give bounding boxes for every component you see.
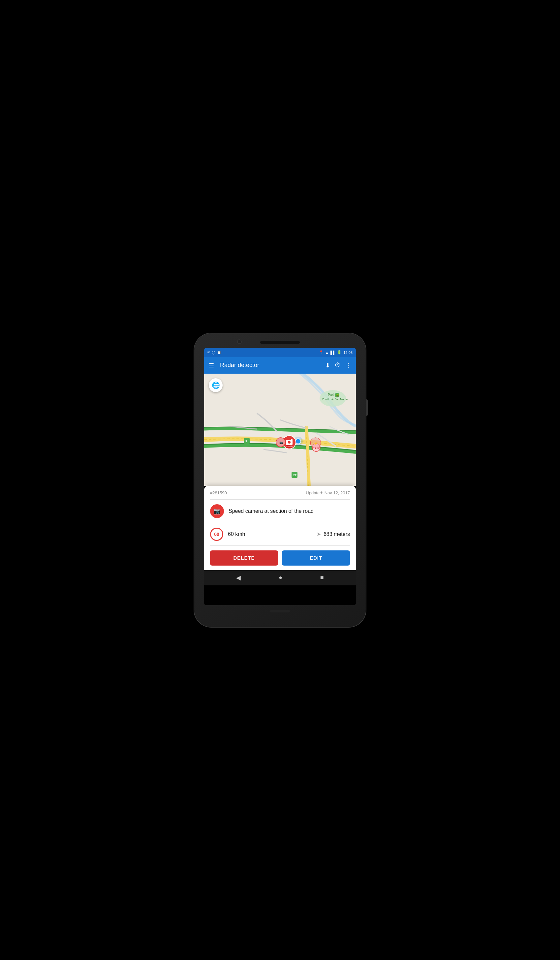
circle-icon: ◯ (212, 350, 215, 354)
app-bar: ☰ Radar detector ⬇ ⏱ ⋮ (204, 357, 356, 374)
signal-icon: ▌▌ (330, 350, 336, 355)
distance-info: ➤ 683 meters (317, 531, 350, 537)
camera-info-row: 📷 Speed camera at section of the road (210, 500, 350, 523)
globe-button[interactable]: 🌐 (209, 378, 222, 392)
speed-info: 60 60 kmh (210, 528, 245, 541)
history-button[interactable]: ⏱ (335, 362, 341, 369)
download-button[interactable]: ⬇ (325, 362, 330, 369)
clipboard-icon: 📋 (217, 350, 221, 354)
battery-icon: 🔋 (337, 350, 342, 355)
camera-description: Speed camera at section of the road (229, 508, 314, 514)
svg-text:📷: 📷 (279, 441, 283, 445)
panel-header: #281590 Updated: Nov 12, 2017 (210, 490, 350, 500)
delete-button[interactable]: DELETE (210, 550, 278, 566)
mail-icon: ✉ (208, 350, 210, 354)
status-bar: ✉ ◯ 📋 📍 ▲ ▌▌ 🔋 12:08 (204, 348, 356, 357)
recents-button[interactable]: ■ (320, 574, 324, 581)
svg-text:CAMERA: CAMERA (286, 445, 293, 447)
map-svg: Park Zorrilla de San Martín 🌳 9 27 110 (204, 374, 356, 486)
hamburger-menu-button[interactable]: ☰ (209, 362, 214, 369)
time-display: 12:08 (343, 350, 352, 355)
distance-value: 683 meters (323, 531, 350, 537)
speed-limit-sign: 60 (210, 528, 223, 541)
svg-text:9: 9 (245, 440, 247, 443)
phone-screen: ✉ ◯ 📋 📍 ▲ ▌▌ 🔋 12:08 ☰ Radar detector ⬇ … (204, 348, 356, 605)
camera-icon-bg: 📷 (210, 504, 224, 518)
navigation-icon: ➤ (317, 531, 321, 537)
back-button[interactable]: ◀ (236, 574, 241, 581)
camera-id: #281590 (210, 490, 227, 495)
svg-rect-17 (291, 439, 293, 441)
speed-display: 60 kmh (228, 531, 245, 537)
svg-text:Park: Park (328, 393, 335, 397)
speed-distance-row: 60 60 kmh ➤ 683 meters (210, 523, 350, 546)
map-view[interactable]: Park Zorrilla de San Martín 🌳 9 27 110 (204, 374, 356, 486)
svg-text:Zorrilla de San Martín: Zorrilla de San Martín (322, 398, 347, 401)
more-options-button[interactable]: ⋮ (345, 362, 351, 369)
location-icon: 📍 (319, 350, 323, 355)
camera-icon: 📷 (213, 507, 221, 515)
home-button[interactable]: ● (279, 574, 282, 581)
app-title: Radar detector (220, 362, 320, 369)
edit-button[interactable]: EDIT (282, 550, 350, 566)
status-right-icons: 📍 ▲ ▌▌ 🔋 12:08 (319, 350, 352, 355)
updated-date: Updated: Nov 12, 2017 (306, 490, 350, 495)
navigation-bar: ◀ ● ■ (204, 570, 356, 586)
info-panel: #281590 Updated: Nov 12, 2017 📷 Speed ca… (204, 486, 356, 570)
speed-limit-number: 60 (214, 531, 219, 537)
svg-text:27: 27 (293, 474, 296, 477)
globe-icon: 🌐 (212, 381, 220, 389)
svg-text:🌳: 🌳 (336, 394, 340, 397)
volume-button (366, 399, 368, 416)
speaker (260, 341, 300, 344)
action-buttons: DELETE EDIT (210, 550, 350, 566)
svg-point-16 (288, 441, 291, 443)
front-camera (237, 339, 242, 344)
wifi-icon: ▲ (325, 350, 329, 355)
svg-text:⚡: ⚡ (314, 441, 318, 446)
phone-bottom-bar (270, 610, 290, 613)
phone-device: ✉ ◯ 📋 📍 ▲ ▌▌ 🔋 12:08 ☰ Radar detector ⬇ … (194, 333, 366, 627)
status-left-icons: ✉ ◯ 📋 (208, 350, 221, 354)
